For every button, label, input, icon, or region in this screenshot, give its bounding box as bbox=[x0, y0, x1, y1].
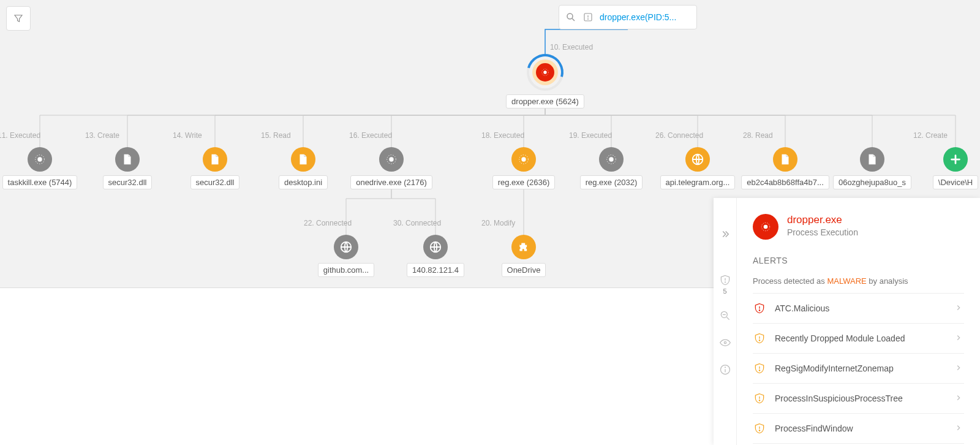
search-text: dropper.exe(PID:5... bbox=[600, 12, 690, 22]
node-label: secur32.dll bbox=[190, 175, 240, 189]
alert-item[interactable]: ProcessInSuspiciousProcessTree bbox=[753, 384, 964, 414]
net-icon bbox=[334, 235, 358, 259]
svg-line-14 bbox=[572, 18, 575, 21]
node-label: reg.exe (2032) bbox=[580, 175, 643, 189]
alert-name: ProcessFindWindow bbox=[775, 424, 954, 433]
puzzle-icon bbox=[511, 235, 536, 259]
svg-point-17 bbox=[588, 19, 589, 20]
svg-point-36 bbox=[759, 400, 760, 401]
chevron-right-icon bbox=[954, 424, 964, 433]
node-process[interactable]: reg.exe (2636) bbox=[475, 147, 573, 189]
alert-list: ATC.Malicious Recently Dropped Module Lo… bbox=[753, 293, 964, 444]
node-plus[interactable]: \Device\H bbox=[907, 147, 980, 189]
svg-point-4 bbox=[389, 157, 393, 161]
alert-item[interactable]: ProcessFindWindow bbox=[753, 414, 964, 444]
detail-subtitle: Process Execution bbox=[787, 227, 858, 237]
alert-summary: Process detected as MALWARE by analysis bbox=[753, 276, 964, 286]
svg-point-27 bbox=[764, 225, 768, 229]
shield-alert-icon bbox=[753, 422, 766, 435]
process-icon bbox=[599, 147, 624, 172]
node-label: secur32.dll bbox=[103, 175, 153, 189]
edge-label: 12. Create bbox=[910, 131, 980, 140]
target-icon bbox=[536, 63, 554, 82]
filter-icon bbox=[13, 13, 24, 24]
process-icon bbox=[28, 147, 52, 172]
node-label: desktop.ini bbox=[279, 175, 328, 189]
search-bar[interactable]: dropper.exe(PID:5... bbox=[559, 5, 697, 29]
file-icon bbox=[860, 147, 884, 172]
plus-icon bbox=[943, 147, 968, 172]
eye-icon bbox=[719, 337, 731, 349]
svg-line-21 bbox=[726, 318, 729, 320]
node-root[interactable]: dropper.exe (5624) bbox=[526, 54, 565, 108]
node-process[interactable]: onedrive.exe (2176) bbox=[342, 147, 440, 189]
svg-point-32 bbox=[759, 340, 760, 341]
svg-point-6 bbox=[521, 157, 526, 161]
shield-alert-icon bbox=[753, 362, 766, 375]
svg-point-26 bbox=[725, 367, 725, 368]
edge-label: 15. Read bbox=[257, 131, 349, 140]
file-icon bbox=[291, 147, 315, 172]
node-label: eb2c4ab8b68ffa4b7... bbox=[741, 175, 829, 189]
node-net[interactable]: 140.82.121.4 bbox=[386, 235, 484, 277]
double-chevron-right-icon bbox=[720, 229, 731, 240]
filter-button[interactable] bbox=[6, 6, 31, 31]
edge-label-root: 10. Executed bbox=[550, 43, 593, 51]
rail-alerts-count: 5 bbox=[723, 287, 726, 295]
alert-item[interactable]: ATC.Malicious bbox=[753, 294, 964, 324]
process-icon bbox=[379, 147, 404, 172]
rail-visibility[interactable] bbox=[718, 337, 733, 349]
node-label: OneDrive bbox=[502, 263, 546, 277]
alert-item[interactable]: Recently Dropped Module Loaded bbox=[753, 324, 964, 354]
detail-title: dropper.exe bbox=[787, 214, 858, 226]
node-file[interactable]: desktop.ini bbox=[254, 147, 352, 189]
alert-name: ProcessInSuspiciousProcessTree bbox=[775, 394, 954, 403]
node-label: \Device\H bbox=[933, 175, 978, 189]
edge-label: 14. Write bbox=[169, 131, 261, 140]
file-icon bbox=[115, 147, 140, 172]
node-label: reg.exe (2636) bbox=[492, 175, 556, 189]
svg-point-19 bbox=[725, 282, 725, 283]
detail-panel: 5 dropper.exe Process Execution ALERTS P… bbox=[714, 198, 980, 445]
collapse-panel-button[interactable] bbox=[714, 226, 737, 242]
svg-point-13 bbox=[567, 13, 573, 19]
edge-label: 16. Executed bbox=[345, 131, 437, 140]
target-icon bbox=[753, 214, 778, 240]
svg-point-2 bbox=[37, 157, 42, 161]
node-process[interactable]: reg.exe (2032) bbox=[562, 147, 660, 189]
shield-icon bbox=[719, 274, 731, 286]
net-icon bbox=[685, 147, 710, 172]
node-file[interactable]: secur32.dll bbox=[78, 147, 176, 189]
node-label: 06ozghejupa8uo_s bbox=[833, 175, 911, 189]
rail-info[interactable] bbox=[718, 363, 733, 376]
file-icon bbox=[773, 147, 797, 172]
rail-alerts[interactable]: 5 bbox=[718, 274, 733, 295]
info-icon bbox=[719, 363, 731, 376]
search-icon bbox=[565, 12, 576, 23]
svg-point-34 bbox=[759, 370, 760, 371]
node-label: onedrive.exe (2176) bbox=[350, 175, 432, 189]
alert-item[interactable]: RegSigModifyInternetZonemap bbox=[753, 354, 964, 384]
alert-name: RegSigModifyInternetZonemap bbox=[775, 363, 954, 373]
node-net[interactable]: api.telegram.org... bbox=[649, 147, 747, 189]
node-process[interactable]: taskkill.exe (5744) bbox=[0, 147, 89, 189]
node-label: taskkill.exe (5744) bbox=[2, 175, 78, 189]
node-file[interactable]: secur32.dll bbox=[166, 147, 264, 189]
shield-alert-icon bbox=[753, 392, 766, 405]
edge-label: 22. Connected bbox=[300, 219, 392, 227]
rail-investigate[interactable] bbox=[718, 310, 733, 322]
svg-point-38 bbox=[759, 430, 760, 431]
node-puzzle[interactable]: OneDrive bbox=[475, 235, 573, 277]
edge-label: 20. Modify bbox=[478, 219, 570, 227]
alert-name: ATC.Malicious bbox=[775, 303, 954, 313]
svg-point-8 bbox=[609, 157, 613, 161]
net-icon bbox=[423, 235, 448, 259]
node-net[interactable]: github.com... bbox=[297, 235, 395, 277]
node-file[interactable]: eb2c4ab8b68ffa4b7... bbox=[736, 147, 834, 189]
chevron-right-icon bbox=[954, 363, 964, 373]
chevron-right-icon bbox=[954, 333, 964, 343]
alerts-header: ALERTS bbox=[753, 256, 964, 265]
edge-label: 11. Executed bbox=[0, 131, 86, 140]
svg-point-30 bbox=[759, 310, 760, 311]
edge-label: 19. Executed bbox=[565, 131, 657, 140]
